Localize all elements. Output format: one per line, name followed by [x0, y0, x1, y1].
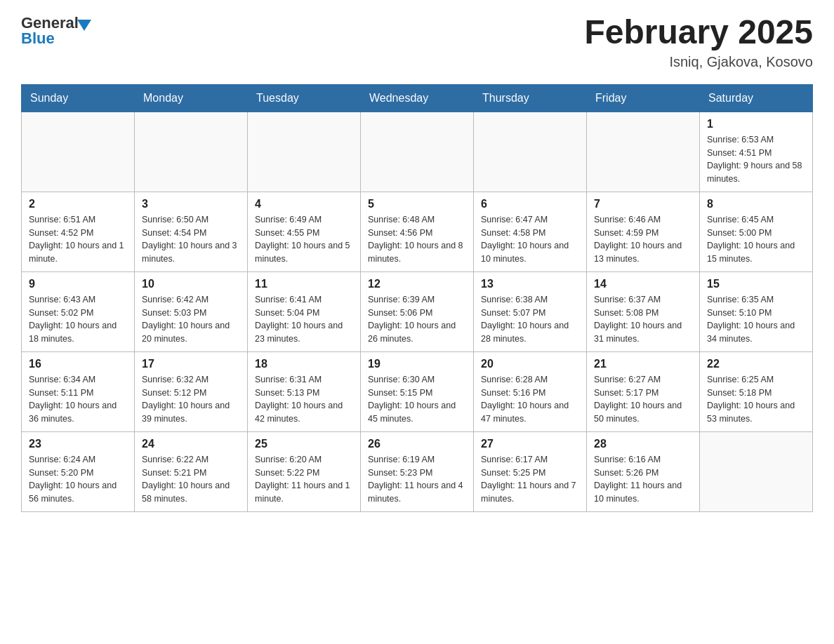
- weekday-header-wednesday: Wednesday: [361, 84, 474, 112]
- day-info: Sunrise: 6:47 AMSunset: 4:58 PMDaylight:…: [481, 213, 579, 266]
- day-info: Sunrise: 6:38 AMSunset: 5:07 PMDaylight:…: [481, 293, 579, 346]
- week-row-2: 2Sunrise: 6:51 AMSunset: 4:52 PMDaylight…: [22, 192, 813, 271]
- week-row-3: 9Sunrise: 6:43 AMSunset: 5:02 PMDaylight…: [22, 271, 813, 351]
- calendar-cell: 6Sunrise: 6:47 AMSunset: 4:58 PMDaylight…: [474, 192, 587, 271]
- day-info: Sunrise: 6:53 AMSunset: 4:51 PMDaylight:…: [707, 133, 805, 186]
- day-info: Sunrise: 6:43 AMSunset: 5:02 PMDaylight:…: [29, 293, 127, 346]
- day-info: Sunrise: 6:17 AMSunset: 5:25 PMDaylight:…: [481, 453, 579, 506]
- day-number: 6: [481, 198, 579, 210]
- calendar-cell: [135, 112, 248, 192]
- calendar-cell: 7Sunrise: 6:46 AMSunset: 4:59 PMDaylight…: [587, 192, 700, 271]
- day-number: 14: [594, 278, 692, 290]
- calendar-cell: 12Sunrise: 6:39 AMSunset: 5:06 PMDayligh…: [361, 271, 474, 351]
- calendar-header: SundayMondayTuesdayWednesdayThursdayFrid…: [22, 84, 813, 112]
- day-info: Sunrise: 6:16 AMSunset: 5:26 PMDaylight:…: [594, 453, 692, 506]
- calendar-cell: 13Sunrise: 6:38 AMSunset: 5:07 PMDayligh…: [474, 271, 587, 351]
- day-info: Sunrise: 6:24 AMSunset: 5:20 PMDaylight:…: [29, 453, 127, 506]
- weekday-header-saturday: Saturday: [700, 84, 813, 112]
- day-number: 7: [594, 198, 692, 210]
- calendar-cell: [361, 112, 474, 192]
- day-number: 27: [481, 438, 579, 450]
- week-row-1: 1Sunrise: 6:53 AMSunset: 4:51 PMDaylight…: [22, 112, 813, 192]
- weekday-header-row: SundayMondayTuesdayWednesdayThursdayFrid…: [22, 84, 813, 112]
- day-number: 28: [594, 438, 692, 450]
- day-number: 8: [707, 198, 805, 210]
- calendar-cell: 8Sunrise: 6:45 AMSunset: 5:00 PMDaylight…: [700, 192, 813, 271]
- location-text: Isniq, Gjakova, Kosovo: [584, 54, 813, 70]
- calendar-cell: 25Sunrise: 6:20 AMSunset: 5:22 PMDayligh…: [248, 431, 361, 511]
- logo-block: General Blue: [21, 14, 91, 48]
- calendar-cell: [248, 112, 361, 192]
- day-number: 11: [255, 278, 353, 290]
- calendar-cell: 26Sunrise: 6:19 AMSunset: 5:23 PMDayligh…: [361, 431, 474, 511]
- weekday-header-monday: Monday: [135, 84, 248, 112]
- day-number: 25: [255, 438, 353, 450]
- calendar-cell: 5Sunrise: 6:48 AMSunset: 4:56 PMDaylight…: [361, 192, 474, 271]
- calendar-cell: 22Sunrise: 6:25 AMSunset: 5:18 PMDayligh…: [700, 351, 813, 431]
- calendar-cell: 11Sunrise: 6:41 AMSunset: 5:04 PMDayligh…: [248, 271, 361, 351]
- day-number: 26: [368, 438, 466, 450]
- calendar-cell: 21Sunrise: 6:27 AMSunset: 5:17 PMDayligh…: [587, 351, 700, 431]
- day-number: 23: [29, 438, 127, 450]
- day-number: 13: [481, 278, 579, 290]
- day-number: 21: [594, 358, 692, 370]
- calendar-table: SundayMondayTuesdayWednesdayThursdayFrid…: [21, 84, 813, 512]
- day-number: 18: [255, 358, 353, 370]
- weekday-header-friday: Friday: [587, 84, 700, 112]
- day-info: Sunrise: 6:27 AMSunset: 5:17 PMDaylight:…: [594, 373, 692, 426]
- day-info: Sunrise: 6:19 AMSunset: 5:23 PMDaylight:…: [368, 453, 466, 506]
- calendar-cell: [587, 112, 700, 192]
- day-number: 22: [707, 358, 805, 370]
- calendar-cell: 14Sunrise: 6:37 AMSunset: 5:08 PMDayligh…: [587, 271, 700, 351]
- calendar-cell: [700, 431, 813, 511]
- day-number: 20: [481, 358, 579, 370]
- day-number: 12: [368, 278, 466, 290]
- day-info: Sunrise: 6:41 AMSunset: 5:04 PMDaylight:…: [255, 293, 353, 346]
- week-row-5: 23Sunrise: 6:24 AMSunset: 5:20 PMDayligh…: [22, 431, 813, 511]
- weekday-header-sunday: Sunday: [22, 84, 135, 112]
- day-number: 2: [29, 198, 127, 210]
- calendar-cell: 17Sunrise: 6:32 AMSunset: 5:12 PMDayligh…: [135, 351, 248, 431]
- week-row-4: 16Sunrise: 6:34 AMSunset: 5:11 PMDayligh…: [22, 351, 813, 431]
- day-info: Sunrise: 6:30 AMSunset: 5:15 PMDaylight:…: [368, 373, 466, 426]
- day-info: Sunrise: 6:50 AMSunset: 4:54 PMDaylight:…: [142, 213, 240, 266]
- day-number: 1: [707, 118, 805, 130]
- day-number: 4: [255, 198, 353, 210]
- day-number: 24: [142, 438, 240, 450]
- calendar-cell: 18Sunrise: 6:31 AMSunset: 5:13 PMDayligh…: [248, 351, 361, 431]
- calendar-cell: 16Sunrise: 6:34 AMSunset: 5:11 PMDayligh…: [22, 351, 135, 431]
- calendar-cell: 24Sunrise: 6:22 AMSunset: 5:21 PMDayligh…: [135, 431, 248, 511]
- calendar-cell: 15Sunrise: 6:35 AMSunset: 5:10 PMDayligh…: [700, 271, 813, 351]
- day-info: Sunrise: 6:37 AMSunset: 5:08 PMDaylight:…: [594, 293, 692, 346]
- day-number: 17: [142, 358, 240, 370]
- logo: General Blue: [21, 14, 91, 48]
- day-info: Sunrise: 6:22 AMSunset: 5:21 PMDaylight:…: [142, 453, 240, 506]
- calendar-cell: 1Sunrise: 6:53 AMSunset: 4:51 PMDaylight…: [700, 112, 813, 192]
- day-number: 16: [29, 358, 127, 370]
- weekday-header-thursday: Thursday: [474, 84, 587, 112]
- day-info: Sunrise: 6:31 AMSunset: 5:13 PMDaylight:…: [255, 373, 353, 426]
- calendar-cell: 2Sunrise: 6:51 AMSunset: 4:52 PMDaylight…: [22, 192, 135, 271]
- day-info: Sunrise: 6:32 AMSunset: 5:12 PMDaylight:…: [142, 373, 240, 426]
- calendar-cell: [22, 112, 135, 192]
- calendar-cell: 27Sunrise: 6:17 AMSunset: 5:25 PMDayligh…: [474, 431, 587, 511]
- day-number: 9: [29, 278, 127, 290]
- day-info: Sunrise: 6:48 AMSunset: 4:56 PMDaylight:…: [368, 213, 466, 266]
- day-info: Sunrise: 6:25 AMSunset: 5:18 PMDaylight:…: [707, 373, 805, 426]
- month-title: February 2025: [584, 14, 813, 51]
- day-number: 5: [368, 198, 466, 210]
- title-block: February 2025 Isniq, Gjakova, Kosovo: [584, 14, 813, 70]
- day-info: Sunrise: 6:42 AMSunset: 5:03 PMDaylight:…: [142, 293, 240, 346]
- calendar-cell: 10Sunrise: 6:42 AMSunset: 5:03 PMDayligh…: [135, 271, 248, 351]
- day-info: Sunrise: 6:49 AMSunset: 4:55 PMDaylight:…: [255, 213, 353, 266]
- day-number: 19: [368, 358, 466, 370]
- calendar-cell: 19Sunrise: 6:30 AMSunset: 5:15 PMDayligh…: [361, 351, 474, 431]
- page-header: General Blue February 2025 Isniq, Gjakov…: [21, 14, 813, 70]
- day-info: Sunrise: 6:45 AMSunset: 5:00 PMDaylight:…: [707, 213, 805, 266]
- day-number: 10: [142, 278, 240, 290]
- day-info: Sunrise: 6:46 AMSunset: 4:59 PMDaylight:…: [594, 213, 692, 266]
- calendar-body: 1Sunrise: 6:53 AMSunset: 4:51 PMDaylight…: [22, 112, 813, 511]
- day-info: Sunrise: 6:20 AMSunset: 5:22 PMDaylight:…: [255, 453, 353, 506]
- day-number: 3: [142, 198, 240, 210]
- day-info: Sunrise: 6:51 AMSunset: 4:52 PMDaylight:…: [29, 213, 127, 266]
